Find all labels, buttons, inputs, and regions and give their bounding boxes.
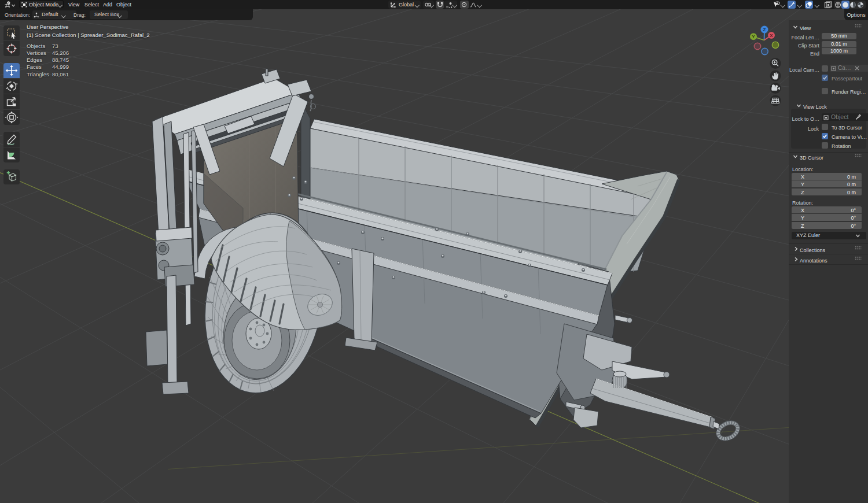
- svg-text:X: X: [770, 33, 773, 38]
- svg-text:Y: Y: [752, 34, 755, 39]
- svg-text:Z: Z: [763, 27, 766, 32]
